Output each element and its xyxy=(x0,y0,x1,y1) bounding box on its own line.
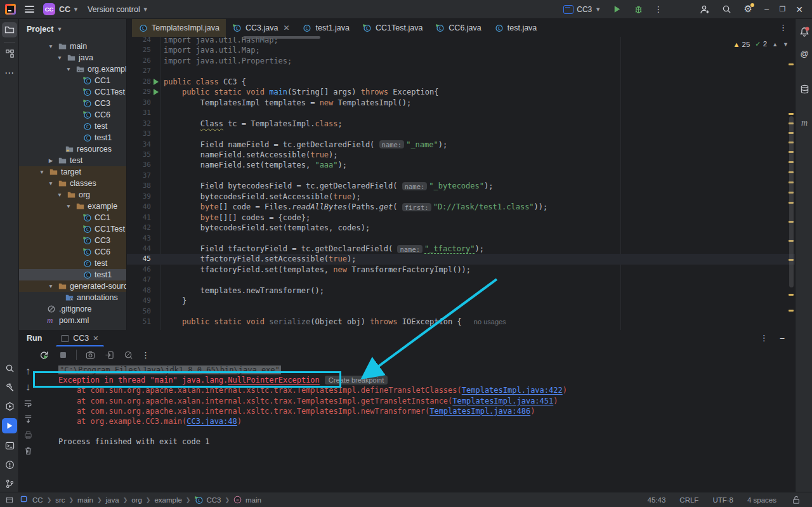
caret-position[interactable]: 45:43 xyxy=(648,496,666,504)
tree-item-test1[interactable]: C test1 xyxy=(19,269,127,280)
project-dropdown[interactable]: CC▼ xyxy=(59,5,79,14)
code-line-42[interactable]: 42 bytecodesField.set(templates, codes); xyxy=(127,223,795,233)
indent-setting[interactable]: 4 spaces xyxy=(747,496,776,504)
editor-tab-test-java[interactable]: C test.java xyxy=(488,19,544,37)
editor-tab-test1-java[interactable]: C test1.java xyxy=(296,19,356,37)
tree-item-main[interactable]: ▼main xyxy=(19,41,127,52)
tree-item-cc6[interactable]: C CC6 xyxy=(19,109,127,121)
run-panel-options-icon[interactable]: ⋮ xyxy=(760,333,768,343)
find-toolwindow-icon[interactable] xyxy=(2,360,17,376)
console-line[interactable]: Exception in thread "main" java.lang.Nul… xyxy=(58,375,388,385)
tree-item--gitignore[interactable]: .gitignore xyxy=(19,303,127,315)
search-everywhere-icon[interactable] xyxy=(721,4,732,15)
inspections-widget[interactable]: ▲ 25 ✓ 2 ▲ ▼ xyxy=(733,40,789,48)
scroll-to-end-icon[interactable] xyxy=(22,413,34,425)
stop-button[interactable] xyxy=(57,349,69,360)
code-line-48[interactable]: 48 templates.newTransformer(); xyxy=(127,286,795,296)
stacktrace-link[interactable]: CC3.java:48 xyxy=(187,417,237,426)
tree-item-cc1test[interactable]: C CC1Test xyxy=(19,86,127,98)
toolwindow-toggle-icon[interactable] xyxy=(4,494,15,506)
maven-toolwindow-icon[interactable]: m xyxy=(797,115,812,131)
console-line[interactable]: at com.sun.org.apache.xalan.internal.xsl… xyxy=(58,385,567,395)
problems-toolwindow-icon[interactable] xyxy=(2,457,17,472)
code-line-37[interactable]: 37 xyxy=(127,171,795,181)
unlock-icon[interactable] xyxy=(790,494,802,506)
tab-options-icon[interactable]: ⋮ xyxy=(779,23,787,32)
chevron-down-icon[interactable]: ▼ xyxy=(37,169,46,175)
breadcrumb-main[interactable]: main xyxy=(77,496,93,504)
editor-tab-cc1test-java[interactable]: C CC1Test.java xyxy=(356,19,429,37)
vcs-dropdown[interactable]: Version control▼ xyxy=(88,5,148,14)
stacktrace-link[interactable]: NullPointerException xyxy=(228,376,320,385)
console-line[interactable]: at com.sun.org.apache.xalan.internal.xsl… xyxy=(58,396,558,406)
breadcrumb-org[interactable]: org xyxy=(131,496,142,504)
project-view-dropdown-icon[interactable]: ▼ xyxy=(56,26,62,32)
tree-item-org[interactable]: ▼org xyxy=(19,189,127,201)
editor-tab-templatesimpl-java[interactable]: C TemplatesImpl.java xyxy=(132,19,226,37)
tree-item-test1[interactable]: C test1 xyxy=(19,132,127,143)
tree-item-cc6[interactable]: C CC6 xyxy=(19,246,127,258)
chevron-down-icon[interactable]: ▼ xyxy=(64,203,73,209)
chevron-down-icon[interactable]: ▼ xyxy=(55,55,64,61)
console-line[interactable]: "C:\Program Files\Java\jdk1.8.0_65\bin\j… xyxy=(58,365,281,375)
breadcrumb-example[interactable]: example xyxy=(154,496,181,504)
run-button[interactable] xyxy=(611,4,622,15)
tree-item-classes[interactable]: ▼classes xyxy=(19,178,127,189)
console-more-icon[interactable]: ⋮ xyxy=(141,350,150,360)
database-toolwindow-icon[interactable] xyxy=(797,81,812,96)
soft-wrap-icon[interactable] xyxy=(22,397,34,409)
run-toolwindow-icon[interactable] xyxy=(2,418,17,433)
warning-stripe-mark[interactable] xyxy=(789,63,794,65)
tree-item-pom-xml[interactable]: mpom.xml xyxy=(19,315,127,326)
code-line-43[interactable]: 43 xyxy=(127,234,795,244)
code-line-38[interactable]: 38 Field bytecodesField = tc.getDeclared… xyxy=(127,181,795,191)
tree-item-test[interactable]: C test xyxy=(19,121,127,132)
thread-dump-icon[interactable] xyxy=(84,349,96,360)
code-line-50[interactable]: 50 xyxy=(127,306,795,317)
code-line-27[interactable]: 27 xyxy=(127,66,795,76)
code-line-41[interactable]: 41 byte[][] codes = {code}; xyxy=(127,213,795,223)
tree-item-java[interactable]: ▼java xyxy=(19,52,127,63)
tree-item-target[interactable]: ▼target xyxy=(19,166,127,178)
breadcrumb-java[interactable]: java xyxy=(106,496,119,504)
run-line-icon[interactable] xyxy=(154,89,159,95)
tree-item-example[interactable]: ▼example xyxy=(19,201,127,212)
tab-close-icon[interactable]: ✕ xyxy=(283,23,289,32)
terminal-toolwindow-icon[interactable] xyxy=(2,438,17,453)
console-line[interactable]: at org.example.CC3.main(CC3.java:48) xyxy=(58,416,242,426)
code-line-24[interactable]: 24import java.util.HashMap; xyxy=(127,37,795,45)
hide-panel-icon[interactable]: − xyxy=(780,333,785,343)
notifications-bell-icon[interactable] xyxy=(797,24,812,39)
more-actions-icon[interactable]: ⋮ xyxy=(654,4,662,14)
run-line-icon[interactable] xyxy=(154,79,159,85)
run-tab-close-icon[interactable]: ✕ xyxy=(93,334,98,343)
prev-occurrence-icon[interactable]: ↑ xyxy=(25,365,30,377)
console-line[interactable]: at com.sun.org.apache.xalan.internal.xsl… xyxy=(58,406,535,416)
code-line-28[interactable]: 28public class CC3 { xyxy=(127,77,795,87)
structure-toolwindow-icon[interactable] xyxy=(2,46,17,61)
code-line-39[interactable]: 39 bytecodesField.setAccessible(true); xyxy=(127,192,795,202)
code-line-32[interactable]: 32 Class tc = TemplatesImpl.class; xyxy=(127,119,795,129)
run-console[interactable]: "C:\Program Files\Java\jdk1.8.0_65\bin\j… xyxy=(37,363,795,492)
tree-item-test[interactable]: C test xyxy=(19,258,127,269)
editor-vertical-scrollbar[interactable] xyxy=(789,116,794,287)
tree-item-org-example[interactable]: ▼org.example xyxy=(19,63,127,75)
file-encoding[interactable]: UTF-8 xyxy=(712,496,733,504)
warning-stripe-mark[interactable] xyxy=(789,310,794,312)
tree-item-cc1test[interactable]: C CC1Test xyxy=(19,223,127,235)
tree-item-resources[interactable]: resources xyxy=(19,143,127,155)
code-line-36[interactable]: 36 nameField.set(templates, "aaa"); xyxy=(127,160,795,170)
code-line-29[interactable]: 29 public static void main(String[] args… xyxy=(127,87,795,97)
project-avatar[interactable]: CC xyxy=(43,3,55,15)
breadcrumb-cc3[interactable]: C CC3 xyxy=(194,496,221,504)
git-toolwindow-icon[interactable] xyxy=(2,476,17,491)
settings-gear-icon[interactable]: ⚙ xyxy=(742,4,754,15)
tree-item-cc3[interactable]: C CC3 xyxy=(19,235,127,246)
rerun-button[interactable] xyxy=(38,349,49,360)
tree-item-cc3[interactable]: C CC3 xyxy=(19,98,127,109)
code-line-26[interactable]: 26import java.util.Properties; xyxy=(127,56,795,66)
maximize-button[interactable]: ❐ xyxy=(779,5,785,13)
chevron-down-icon[interactable]: ▼ xyxy=(46,180,55,187)
code-line-44[interactable]: 44 Field tfactoryField = tc.getDeclaredF… xyxy=(127,244,795,254)
code-line-46[interactable]: 46 tfactoryField.set(templates, new Tran… xyxy=(127,265,795,275)
